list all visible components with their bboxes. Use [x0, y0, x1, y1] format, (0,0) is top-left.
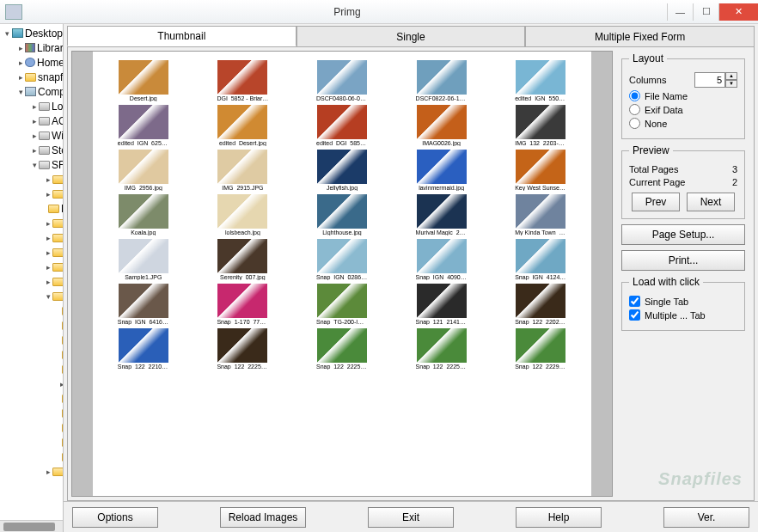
expand-icon[interactable]: ▸	[46, 248, 51, 258]
thumbnail-item[interactable]: IMG_132_2203-1.jpg	[493, 105, 588, 146]
check-single-tab[interactable]	[629, 296, 640, 307]
thumbnail-item[interactable]: Snap_122_2229_R2crop...	[493, 328, 588, 370]
thumbnail-item[interactable]: Snap_122_2225_R3 (Sh...	[295, 328, 389, 370]
help-button[interactable]: Help	[516, 507, 602, 528]
thumbnail-item[interactable]: Murival Magic_2039285...	[394, 194, 489, 235]
tree-item[interactable]: ▾Computer	[2, 84, 63, 99]
expand-icon[interactable]: ▸	[33, 101, 37, 112]
thumbnail-item[interactable]: edited_IGN_6254-12-09...	[96, 105, 191, 146]
expand-icon[interactable]: ▸	[46, 467, 51, 477]
thumbnail-item[interactable]: Snap_122_2202_R2.JPG	[493, 284, 588, 325]
prev-button[interactable]: Prev	[632, 193, 680, 211]
thumbnail-item[interactable]: Koala.jpg	[96, 194, 191, 235]
close-button[interactable]: ✕	[718, 3, 758, 21]
radio-exif[interactable]	[629, 104, 640, 115]
tree-item[interactable]: Red-Eye	[2, 406, 63, 420]
radio-filename[interactable]	[629, 90, 640, 101]
reload-images-button[interactable]: Reload Images	[220, 507, 306, 528]
check-multiple-tab[interactable]	[629, 309, 640, 321]
tree-item[interactable]: ▸snapfiles	[2, 70, 63, 84]
expand-icon[interactable]: ▸	[33, 131, 37, 141]
thumbnail-item[interactable]: Key West Sunset_36442...	[493, 150, 588, 191]
expand-icon[interactable]: ▸	[19, 72, 23, 83]
thumbnail-item[interactable]: Snap_122_2210_R2.JPG	[96, 328, 191, 370]
tree-item[interactable]: Old Photos	[2, 347, 63, 362]
tree-item[interactable]: ▾SF TestFiles (G:)	[2, 157, 63, 172]
horizontal-scrollbar[interactable]	[0, 520, 63, 532]
tree-item[interactable]: ▸Misc	[2, 230, 63, 245]
thumbnail-item[interactable]: IMG_2915.JPG	[196, 150, 290, 191]
tree-item[interactable]: ▸Database Files	[2, 172, 63, 187]
expand-icon[interactable]: ▸	[60, 379, 63, 389]
expand-icon[interactable]: ▸	[46, 277, 51, 287]
tree-item[interactable]: ▾Desktop	[2, 26, 63, 40]
tree-item[interactable]: thumbs	[2, 449, 63, 464]
expand-icon[interactable]: ▸	[46, 233, 51, 243]
thumbnail-item[interactable]: My Kinda Town_217440...	[493, 194, 588, 235]
expand-icon[interactable]: ▸	[19, 58, 23, 68]
tree-item[interactable]: ▸Panoramas	[2, 376, 63, 391]
thumbnail-item[interactable]: Sample1.JPG	[96, 239, 191, 280]
tree-item[interactable]: ▸PDF	[2, 274, 63, 289]
tree-item[interactable]: ▸Homegroup	[2, 55, 63, 70]
tree-item[interactable]: ▸Dev Files	[2, 187, 63, 201]
tree-item[interactable]: ▸Music Files	[2, 245, 63, 260]
thumbnail-item[interactable]: DSCF0822-06-1227.JPG	[394, 60, 489, 101]
expand-icon[interactable]: ▸	[33, 116, 37, 126]
tree-item[interactable]: ▸Office Files	[2, 260, 63, 274]
thumbnail-item[interactable]: Snap_IGN_4090-06-08J...	[394, 239, 489, 280]
collapse-icon[interactable]: ▾	[33, 160, 37, 170]
collapse-icon[interactable]: ▾	[19, 87, 23, 97]
tree-item[interactable]: ▸ACER (D:)	[2, 113, 63, 128]
thumbnail-item[interactable]: Snap_IGN_4124-06-08J...	[493, 239, 588, 280]
thumbnail-item[interactable]: DGI_5852 - Briar Island ...	[196, 60, 290, 101]
tree-item[interactable]: Sample Pictu	[2, 420, 63, 435]
page-setup-button[interactable]: Page Setup...	[621, 224, 745, 245]
thumbnail-item[interactable]: Snap_122_2225_R3.JPG	[394, 328, 489, 370]
expand-icon[interactable]: ▸	[46, 189, 51, 199]
tab-multiple-fixed-form[interactable]: Multiple Fixed Form	[525, 26, 755, 46]
tree-item[interactable]: Output	[2, 362, 63, 376]
tab-single[interactable]: Single	[296, 26, 526, 46]
columns-spin-down[interactable]: ▼	[725, 80, 737, 88]
thumbnail-item[interactable]: lavinmermaid.jpg	[394, 150, 489, 191]
tree-item[interactable]: Image Archive	[2, 333, 63, 347]
tree-item[interactable]: ▸Local Disk (C:)	[2, 99, 63, 113]
tree-item[interactable]: Flash	[2, 201, 63, 216]
tree-item[interactable]: temp	[2, 435, 63, 449]
tree-item[interactable]: ▸Storage (F:)	[2, 143, 63, 157]
tree-item[interactable]: Geotagged	[2, 318, 63, 333]
print-button[interactable]: Print...	[621, 250, 745, 271]
thumbnail-item[interactable]: Snap_122_2225_R2.JPG	[196, 328, 290, 370]
thumbnail-item[interactable]: edited_Desert.jpg	[196, 105, 290, 146]
tree-item[interactable]: ▾Photos	[2, 289, 63, 303]
expand-icon[interactable]: ▸	[46, 218, 51, 229]
expand-icon[interactable]: ▸	[46, 262, 51, 272]
thumbnail-item[interactable]: edited_DGI_5852 - Briar...	[295, 105, 389, 146]
maximize-button[interactable]: ☐	[693, 3, 718, 21]
columns-spin-up[interactable]: ▲	[725, 72, 737, 80]
expand-icon[interactable]: ▸	[33, 145, 37, 156]
tab-thumbnail[interactable]: Thumbnail	[67, 26, 296, 46]
thumbnail-item[interactable]: Snap_IGN_0286-06-04...	[295, 239, 389, 280]
thumbnail-item[interactable]: IMG_2956.jpg	[96, 150, 191, 191]
next-button[interactable]: Next	[687, 193, 735, 211]
thumbnail-item[interactable]: Serenity_007.jpg	[196, 239, 290, 280]
tree-item[interactable]: ▸Libraries	[2, 40, 63, 55]
expand-icon[interactable]: ▸	[46, 174, 51, 185]
thumbnail-item[interactable]: Desert.jpg	[96, 60, 191, 101]
collapse-icon[interactable]: ▾	[46, 291, 51, 302]
thumbnail-item[interactable]: Snap_1-170_7790.JPG	[196, 284, 290, 325]
thumbnail-item[interactable]: edited_IGN_5508-12-08...	[493, 60, 588, 101]
thumbnail-item[interactable]: Snap_TG-200-Img_4291...	[295, 284, 389, 325]
tree-item[interactable]: ▸Graphics	[2, 216, 63, 230]
thumbnail-item[interactable]: Snap_121_2141_R2.JPG	[394, 284, 489, 325]
thumbnail-item[interactable]: Jellyfish.jpg	[295, 150, 389, 191]
thumbnail-item[interactable]: Lighthouse.jpg	[295, 194, 389, 235]
collapse-icon[interactable]: ▾	[5, 28, 10, 39]
thumbnail-item[interactable]: DSCF0480-06-0903.JPG	[295, 60, 389, 101]
thumbnail-item[interactable]: IMAG0026.jpg	[394, 105, 489, 146]
tree-item[interactable]: Raw	[2, 391, 63, 406]
tree-item[interactable]: ▸Win7 (E:)	[2, 128, 63, 143]
expand-icon[interactable]: ▸	[19, 43, 23, 53]
